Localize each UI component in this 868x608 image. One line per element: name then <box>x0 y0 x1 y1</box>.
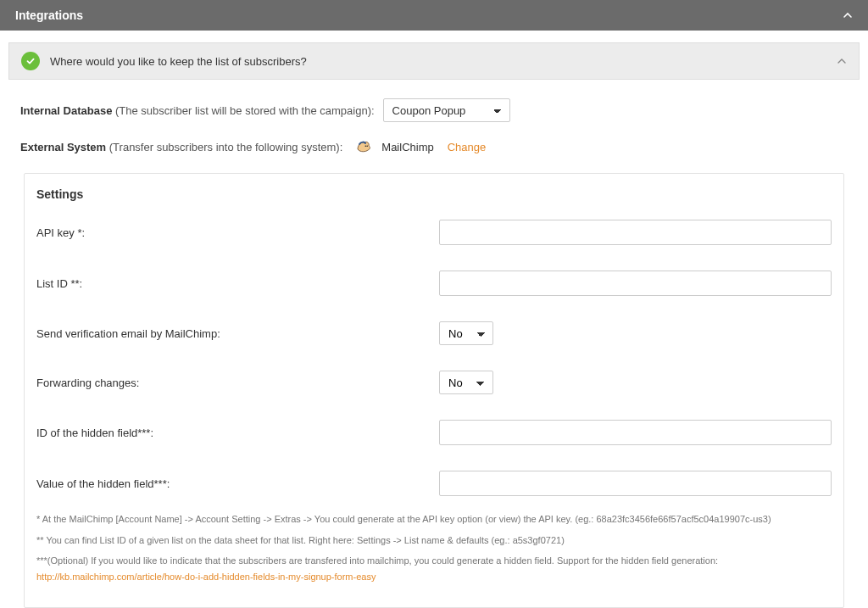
hidden-id-row: ID of the hidden field***: <box>36 420 832 445</box>
section-title: Integrations <box>15 8 83 22</box>
mailchimp-icon <box>354 137 373 156</box>
api-key-label: API key *: <box>36 226 439 239</box>
hidden-id-label: ID of the hidden field***: <box>36 427 439 439</box>
verify-email-label: Send verification email by MailChimp: <box>36 327 439 340</box>
external-system-label: External System (Transfer subscribers in… <box>20 141 342 153</box>
internal-database-label: Internal Database (The subscriber list w… <box>20 104 375 117</box>
verify-email-row: Send verification email by MailChimp: No <box>36 321 832 345</box>
footnote-2: ** You can find List ID of a given list … <box>36 533 832 549</box>
footnotes: * At the MailChimp [Account Name] -> Acc… <box>36 511 832 585</box>
forwarding-label: Forwarding changes: <box>36 377 439 389</box>
hidden-id-input[interactable] <box>439 420 832 445</box>
banner-text: Where would you like to keep the list of… <box>50 55 307 68</box>
chevron-up-icon[interactable] <box>843 10 853 20</box>
question-banner[interactable]: Where would you like to keep the list of… <box>8 42 860 80</box>
svg-point-2 <box>367 145 369 147</box>
internal-database-select[interactable]: Coupon Popup <box>383 98 510 122</box>
change-link[interactable]: Change <box>448 141 487 153</box>
settings-panel: Settings API key *: List ID **: Send ver… <box>24 173 844 608</box>
footnote-3: ***(Optional) If you would like to indic… <box>36 553 832 584</box>
footnote-link[interactable]: http://kb.mailchimp.com/article/how-do-i… <box>36 572 376 582</box>
list-id-label: List ID **: <box>36 277 439 290</box>
hidden-value-row: Value of the hidden field***: <box>36 471 832 496</box>
section-header[interactable]: Integrations <box>0 0 868 31</box>
api-key-input[interactable] <box>439 220 832 245</box>
svg-point-1 <box>365 145 367 147</box>
api-key-row: API key *: <box>36 220 832 245</box>
forwarding-select[interactable]: No <box>439 371 493 394</box>
settings-title: Settings <box>36 187 832 201</box>
check-circle-icon <box>21 52 40 70</box>
external-system-row: External System (Transfer subscribers in… <box>20 137 848 156</box>
list-id-row: List ID **: <box>36 271 832 296</box>
verify-email-select[interactable]: No <box>439 321 493 345</box>
hidden-value-input[interactable] <box>439 471 832 496</box>
chevron-up-icon[interactable] <box>837 56 847 66</box>
hidden-value-label: Value of the hidden field***: <box>36 477 439 490</box>
list-id-input[interactable] <box>439 271 832 296</box>
external-system-provider: MailChimp <box>381 141 433 153</box>
footnote-1: * At the MailChimp [Account Name] -> Acc… <box>36 511 832 527</box>
internal-database-row: Internal Database (The subscriber list w… <box>20 98 848 122</box>
forwarding-row: Forwarding changes: No <box>36 371 832 394</box>
